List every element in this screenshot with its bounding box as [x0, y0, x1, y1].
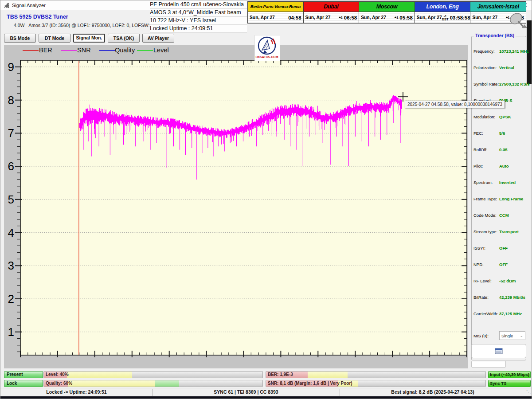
snr-progressbar: SNR: 8,1 dB (Margin: 1,6 dB | Very Poor): [266, 380, 486, 387]
transponder-row-frame-type: Frame Type:Long Frame: [473, 191, 525, 207]
row-label: Modulation:: [473, 114, 499, 119]
transponder-row-issyi: ISSYI:OFF: [473, 240, 525, 256]
clock-time: 03:58:58: [450, 15, 470, 20]
svg-text:4: 4: [8, 226, 14, 239]
antenna-info-block: PF Prodelin 450 cm/Lučenec-SlovakiaAMOS …: [150, 1, 247, 33]
row-value: Vertical: [499, 65, 514, 70]
mis-select[interactable]: Single ⌄: [499, 331, 525, 340]
dxsatcs-logo: DXSATCS.COM: [254, 35, 280, 61]
clock-body: Sun, Apr 2704:58: [248, 12, 303, 23]
mode-tabbar: BS ModeDT ModeSignal Mon.TSA (OK)AV Play…: [4, 34, 174, 43]
row-label: Polarization:: [473, 65, 499, 70]
legend-label-snr: SNR: [77, 47, 91, 54]
tab-dt-mode[interactable]: DT Mode: [39, 34, 70, 43]
status-sync-counters: SYNC 61 | TEI 8369 | CC 8393: [153, 389, 340, 395]
row-label: BitRate:: [473, 295, 499, 300]
signal-analyzer-window: { "window": { "title": "Signal Analyzer"…: [0, 0, 532, 399]
row-label: NPD:: [473, 262, 499, 267]
row-value: CCM: [499, 213, 509, 218]
level-progressbar: Level: 40%: [43, 371, 263, 378]
bar-value-label: BER: 1,9E-3: [268, 372, 293, 378]
sync-ts-button[interactable]: Sync TS: [488, 380, 531, 387]
row-label: RF Level:: [473, 278, 499, 283]
svg-text:2: 2: [8, 292, 14, 305]
svg-text:3: 3: [8, 259, 14, 272]
row-value: 5/6: [499, 131, 505, 136]
row-label: RollOff:: [473, 147, 499, 152]
tab-bs-mode[interactable]: BS Mode: [4, 34, 36, 43]
clock-body: Sun, Apr 27+105:58: [359, 12, 415, 23]
legend-line-snr: [61, 50, 77, 51]
clock-cell-dubai: DubaiSun, Apr 27+206:58: [304, 2, 360, 23]
transponder-title: Transponder [BS]: [474, 33, 516, 38]
clock-city: Jerusalem-Israel: [470, 2, 526, 12]
row-value: 10723,241 MHz: [499, 49, 529, 54]
transponder-rows: Frequency:10723,241 MHzPolarization:Vert…: [473, 43, 525, 322]
resize-grip[interactable]: ⋱: [526, 389, 531, 395]
tuner-subtitle: 4.0W - Amos 3/7 (ID: 3560) @ LOF1: 97500…: [14, 23, 153, 28]
app-icon: [4, 2, 10, 10]
transponder-row-polarization: Polarization:Vertical: [473, 59, 525, 76]
clock-body: Sun, Apr 27-1DST03:58:58: [415, 12, 470, 23]
clock-utc-offset: +2: [339, 16, 343, 19]
chart-tooltip: 2025-04-27 04.58.58, value: 8,1000003814…: [405, 101, 505, 108]
tab-signal-mon[interactable]: Signal Mon.: [73, 34, 105, 43]
mis-row: MIS (0): Single ⌄: [473, 331, 525, 340]
signal-monitor-chart[interactable]: 123456789 BERSNRQualityLevel: [4, 45, 468, 368]
status-uptime: Locked -> Uptime: 24:09:51: [0, 389, 153, 395]
status-spacer-box: [471, 361, 506, 368]
clock-city: London, Eng: [415, 2, 470, 12]
bar-value-label: SNR: 8,1 dB (Margin: 1,6 dB | Very Poor): [268, 380, 352, 387]
clock-utc-offset: -1DST: [442, 15, 449, 21]
device-panel-button[interactable]: [471, 344, 526, 358]
quality-progressbar: Quality: 60%: [43, 380, 263, 387]
clock-cell-berlin-paris-vienna-roma: Berlin-Paris-Vienna-RomaSun, Apr 2704:58: [248, 2, 304, 23]
svg-text:7: 7: [8, 126, 14, 140]
row-label: Symbol Rate:: [473, 82, 499, 86]
mis-label: MIS (0):: [473, 333, 499, 338]
chevron-down-icon: ⌄: [520, 333, 523, 338]
clock-cell-london-eng: London, EngSun, Apr 27-1DST03:58:58: [415, 2, 471, 23]
transponder-row-modulation: Modulation:QPSK: [473, 109, 525, 125]
clock-date: Sun, Apr 27: [472, 15, 497, 20]
mis-value: Single: [501, 333, 513, 338]
tab-tsa-ok[interactable]: TSA (OK): [108, 34, 140, 43]
bar-segment-yellow: [68, 380, 155, 387]
transponder-row-spectrum: Spectrum:Inverted: [473, 174, 525, 191]
status-bar: Locked -> Uptime: 24:09:51 SYNC 61 | TEI…: [0, 388, 532, 397]
row-label: Stream type:: [473, 229, 499, 234]
info-line-1: PF Prodelin 450 cm/Lučenec-Slovakia: [150, 1, 247, 9]
tab-av-player[interactable]: AV Player: [142, 34, 174, 43]
transponder-row-rf-level: RF Level:-52 dBm: [473, 273, 525, 289]
info-line-4: Locked Uptime : 24:09:51: [150, 25, 247, 33]
row-label: Code Mode:: [473, 213, 499, 218]
transponder-row-npd: NPD:OFF: [473, 256, 525, 273]
row-value: 42,239 Mbit/s: [499, 295, 525, 300]
row-label: FEC:: [473, 131, 499, 136]
bar-segment-yellow: [308, 372, 348, 378]
snr-trend-plot[interactable]: 123456789: [4, 45, 468, 368]
clock-time: 06:58: [344, 15, 357, 20]
clock-city: Dubai: [304, 2, 359, 12]
panel-icon: [495, 348, 503, 354]
svg-text:1: 1: [8, 325, 14, 339]
logo-text: DXSATCS.COM: [255, 55, 278, 59]
row-label: Frame Type:: [473, 196, 499, 201]
present-indicator: Present: [4, 371, 43, 378]
row-value: Auto: [499, 164, 509, 168]
info-line-2: AMOS 3 at 4,0°W_Middle East beam: [150, 9, 247, 17]
clock-date: Sun, Apr 27: [250, 15, 275, 20]
row-label: Frequency:: [473, 49, 499, 54]
transponder-row-symbol-rate: Symbol Rate:27500,132 KS/s: [473, 76, 525, 92]
clock-utc-offset: +1: [395, 16, 399, 19]
input-bitrate-button[interactable]: Input (~40,39 Mbps): [488, 371, 531, 378]
transponder-row-frequency: Frequency:10723,241 MHz: [473, 43, 525, 59]
bar-segment-yellow: [67, 372, 132, 378]
row-value: 0.35: [499, 147, 508, 152]
transponder-row-fec: FEC:5/6: [473, 125, 525, 141]
row-label: Spectrum:: [473, 180, 499, 185]
transponder-row-rolloff: RollOff:0.35: [473, 141, 525, 158]
legend-line-quality: [99, 50, 115, 51]
world-clock-panel: Berlin-Paris-Vienna-RomaSun, Apr 2704:58…: [247, 1, 526, 23]
clock-city: Berlin-Paris-Vienna-Roma: [248, 2, 303, 12]
